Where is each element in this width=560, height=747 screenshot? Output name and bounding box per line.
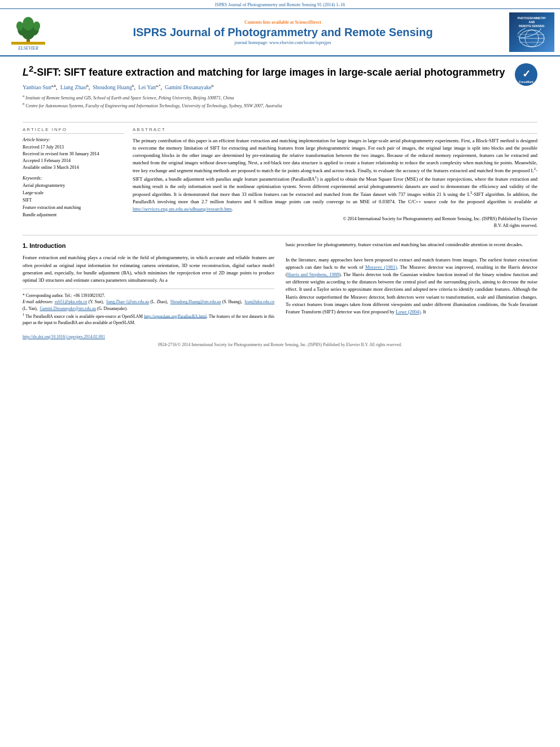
journal-logo-right: PHOTOGRAMMETRY AND REMOTE SENSING xyxy=(509,12,554,52)
journal-main-title: ISPRS Journal of Photogrammetry and Remo… xyxy=(56,26,509,39)
journal-header: ELSEVIER Contents lists available at Sci… xyxy=(0,9,560,56)
article-content: L2-SIFT: SIFT feature extraction and mat… xyxy=(0,56,560,333)
intro-right-col: basic procedure for photogrammetry, feat… xyxy=(286,241,537,325)
elsevier-brand-text: ELSEVIER xyxy=(18,46,38,51)
email-yan[interactable]: lyan@pku.edu.cn xyxy=(244,299,274,304)
article-info-abstract: ARTICLE INFO Article history: Received 1… xyxy=(23,122,537,229)
svg-rect-7 xyxy=(11,42,45,45)
top-journal-bar: ISPRS Journal of Photogrammetry and Remo… xyxy=(0,0,560,9)
footnote-parallaxba: 1 The ParallaxBA source code is availabl… xyxy=(23,312,274,326)
keywords-label: Keywords: xyxy=(23,176,124,181)
issn-line: 0924-2716/© 2014 International Society f… xyxy=(0,341,560,350)
history-accepted: Accepted 1 February 2014 xyxy=(23,158,124,164)
journal-homepage: journal homepage: www.elsevier.com/locat… xyxy=(56,40,509,45)
elsevier-logo: ELSEVIER xyxy=(6,14,51,51)
moravec-link[interactable]: Moravec (1981) xyxy=(365,264,397,270)
intro-paragraph-left: Feature extraction and matching plays a … xyxy=(23,254,274,284)
keyword-feature-extraction: Feature extraction and matching xyxy=(23,204,124,212)
svg-point-4 xyxy=(23,17,34,30)
email-huang[interactable]: Shoudong.Huang@uts.edu.au xyxy=(170,299,221,304)
author-huang: Shoudong Huang xyxy=(93,85,132,91)
keyword-aerial: Aerial photogrammetry xyxy=(23,182,124,190)
author-sun: Yanbiao Sun xyxy=(23,85,51,91)
email-sun[interactable]: syb51@pku.edu.cn xyxy=(55,299,88,304)
history-online: Available online 3 March 2014 xyxy=(23,164,124,171)
harris-link[interactable]: Harris and Stephens, 1988 xyxy=(287,272,339,277)
author-yan: Lei Yan xyxy=(138,85,156,91)
affiliation-a: a Institute of Remote Sensing and GIS, S… xyxy=(23,93,506,101)
article-info-label: ARTICLE INFO xyxy=(23,127,124,134)
crossmark-badge[interactable]: ✓ CrossMark xyxy=(515,63,537,86)
affiliations: a Institute of Remote Sensing and GIS, S… xyxy=(23,93,506,109)
author-dissanayake: Gamini Dissanayake xyxy=(165,85,212,91)
keyword-bundle: Bundle adjustment xyxy=(23,212,124,219)
section-divider xyxy=(23,235,537,235)
doi-link[interactable]: http://dx.doi.org/10.1016/j.isprsjprs.20… xyxy=(0,333,560,341)
article-title-text: L2-SIFT: SIFT feature extraction and mat… xyxy=(23,63,506,113)
crossmark-icon: ✓ CrossMark xyxy=(515,63,537,86)
history-revised: Received in revised form 30 January 2014 xyxy=(23,151,124,158)
affiliation-b: b Centre for Autonomous Systems, Faculty… xyxy=(23,101,506,109)
corresponding-author-note: * Corresponding author. Tel.: +86 139108… xyxy=(23,292,274,299)
svg-point-6 xyxy=(33,21,40,30)
title-l2: L xyxy=(23,67,29,78)
journal-title-block: Contents lists available at ScienceDirec… xyxy=(56,20,509,45)
history-received: Received 17 July 2013 xyxy=(23,144,124,151)
history-label: Article history: xyxy=(23,137,124,142)
intro-paragraph-right-1: basic procedure for photogrammetry, feat… xyxy=(286,241,537,248)
abstract-source-link[interactable]: http://services.eng.uts.edu.au/sdhuang/r… xyxy=(133,206,231,212)
article-info-column: ARTICLE INFO Article history: Received 1… xyxy=(23,127,124,229)
globe-icon xyxy=(518,28,546,48)
keyword-sift: SIFT xyxy=(23,197,124,204)
introduction-section: 1. Introduction Feature extraction and m… xyxy=(23,241,537,325)
intro-paragraph-right-2: In the literature, many approaches have … xyxy=(286,256,537,316)
science-direct-line: Contents lists available at ScienceDirec… xyxy=(56,20,509,25)
abstract-label: ABSTRACT xyxy=(133,127,537,134)
title-rest: -SIFT: SIFT feature extraction and match… xyxy=(33,67,505,78)
svg-text:✓: ✓ xyxy=(522,68,531,80)
email-addresses: E-mail addresses: syb51@pku.edu.cn (Y. S… xyxy=(23,299,274,312)
keyword-large-scale: Large-scale xyxy=(23,190,124,197)
journal-citation: ISPRS Journal of Photogrammetry and Remo… xyxy=(215,2,345,7)
lowe-link[interactable]: Lowe (2004) xyxy=(396,309,421,314)
email-zhao[interactable]: liang.Zhao-1@uts.edu.au xyxy=(106,299,149,304)
copyright-text: © 2014 International Society for Photogr… xyxy=(133,216,537,229)
keywords-section: Keywords: Aerial photogrammetry Large-sc… xyxy=(23,176,124,219)
author-zhao: Liang Zhao xyxy=(60,85,86,91)
svg-text:CrossMark: CrossMark xyxy=(519,80,533,84)
article-history: Article history: Received 17 July 2013 R… xyxy=(23,137,124,171)
svg-point-5 xyxy=(16,21,23,30)
intro-heading: 1. Introduction xyxy=(23,241,274,251)
article-main-title: L2-SIFT: SIFT feature extraction and mat… xyxy=(23,63,506,79)
authors-line: Yanbiao Suna,b, Liang Zhaob, Shoudong Hu… xyxy=(23,84,506,90)
openslam-link[interactable]: http://openslam.org/ParallaxBA.html xyxy=(144,313,207,318)
elsevier-tree-icon xyxy=(11,14,45,45)
homepage-url[interactable]: www.elsevier.com/locate/isprsjprs xyxy=(269,40,331,45)
footnotes-area: * Corresponding author. Tel.: +86 139108… xyxy=(23,289,274,326)
intro-left-col: 1. Introduction Feature extraction and m… xyxy=(23,241,274,325)
email-dissanayake[interactable]: Gamini.Dissanayake@uts.edu.au xyxy=(40,306,96,311)
article-title-section: L2-SIFT: SIFT feature extraction and mat… xyxy=(23,63,537,117)
abstract-text: The primary contribution of this paper i… xyxy=(133,137,537,212)
science-direct-link[interactable]: ScienceDirect xyxy=(295,20,321,25)
abstract-column: ABSTRACT The primary contribution of thi… xyxy=(133,127,537,229)
